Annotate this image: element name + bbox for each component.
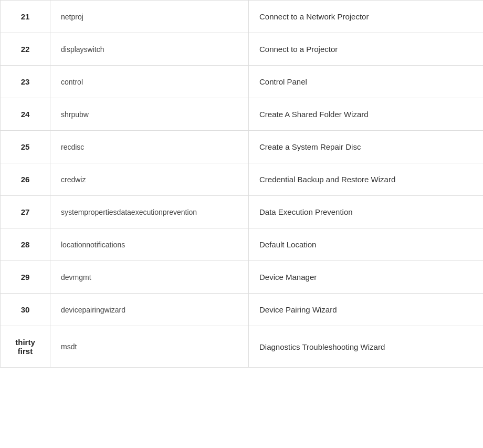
row-command: recdisc: [50, 131, 249, 163]
row-number: 27: [1, 196, 50, 228]
row-command: control: [50, 66, 249, 98]
row-command: locationnotifications: [50, 228, 249, 261]
row-description: Diagnostics Troubleshooting Wizard: [249, 326, 484, 368]
table-row: 26credwizCredential Backup and Restore W…: [1, 163, 484, 196]
row-description: Device Pairing Wizard: [249, 294, 484, 326]
row-command: netproj: [50, 1, 249, 33]
row-number: 29: [1, 261, 50, 294]
row-command: systempropertiesdataexecutionprevention: [50, 196, 249, 228]
table-row: 24shrpubwCreate A Shared Folder Wizard: [1, 98, 484, 131]
row-description: Credential Backup and Restore Wizard: [249, 163, 484, 196]
table-row: 30devicepairingwizardDevice Pairing Wiza…: [1, 294, 484, 326]
row-description: Default Location: [249, 228, 484, 261]
row-number: 30: [1, 294, 50, 326]
table-row: 22displayswitchConnect to a Projector: [1, 33, 484, 66]
row-description: Connect to a Network Projector: [249, 1, 484, 33]
row-number: 25: [1, 131, 50, 163]
table-row: thirtyfirstmsdtDiagnostics Troubleshooti…: [1, 326, 484, 368]
row-number: 21: [1, 1, 50, 33]
row-number: thirtyfirst: [1, 326, 50, 368]
row-command: credwiz: [50, 163, 249, 196]
row-number: 28: [1, 228, 50, 261]
table-row: 25recdiscCreate a System Repair Disc: [1, 131, 484, 163]
row-number: 22: [1, 33, 50, 66]
row-description: Control Panel: [249, 66, 484, 98]
row-number: 24: [1, 98, 50, 131]
command-table: 21netprojConnect to a Network Projector2…: [0, 0, 483, 368]
row-command: msdt: [50, 326, 249, 368]
row-description: Device Manager: [249, 261, 484, 294]
table-row: 29devmgmtDevice Manager: [1, 261, 484, 294]
table-row: 21netprojConnect to a Network Projector: [1, 1, 484, 33]
row-command: shrpubw: [50, 98, 249, 131]
table-row: 23controlControl Panel: [1, 66, 484, 98]
row-command: devicepairingwizard: [50, 294, 249, 326]
row-command: displayswitch: [50, 33, 249, 66]
row-command: devmgmt: [50, 261, 249, 294]
row-description: Connect to a Projector: [249, 33, 484, 66]
row-number: 26: [1, 163, 50, 196]
table-row: 27systempropertiesdataexecutionpreventio…: [1, 196, 484, 228]
row-description: Create A Shared Folder Wizard: [249, 98, 484, 131]
row-number: 23: [1, 66, 50, 98]
table-row: 28locationnotificationsDefault Location: [1, 228, 484, 261]
row-description: Data Execution Prevention: [249, 196, 484, 228]
row-description: Create a System Repair Disc: [249, 131, 484, 163]
